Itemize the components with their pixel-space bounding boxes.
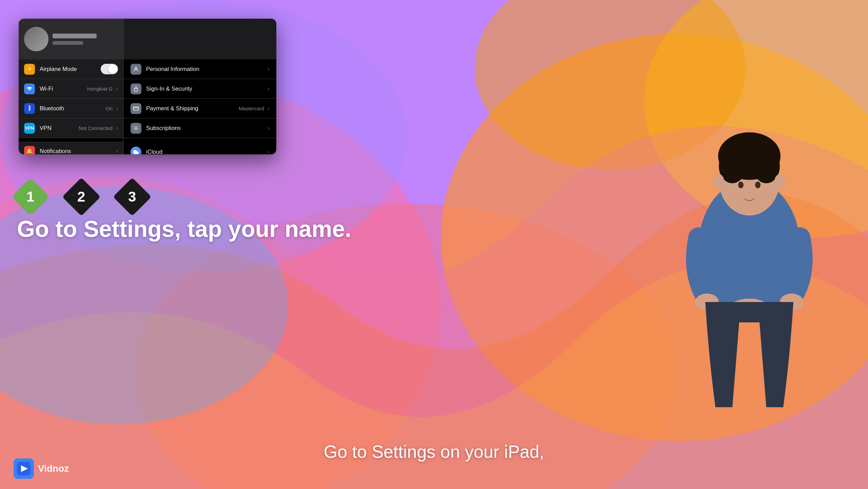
settings-section-divider [19, 138, 123, 142]
profile-avatar [24, 27, 48, 51]
svg-point-26 [774, 174, 785, 189]
airplane-icon: ✈ [24, 64, 35, 75]
wifi-value: Hongkiat G [87, 86, 113, 92]
personal-info-icon [131, 64, 141, 75]
apple-id-section [124, 19, 276, 59]
sign-in-security-chevron: › [268, 85, 270, 92]
step-1-number: 1 [26, 189, 34, 205]
notifications-chevron: › [116, 148, 118, 154]
vpn-value: Not Connected [79, 125, 113, 131]
settings-item-notifications[interactable]: 🔔 Notifications › [19, 142, 123, 154]
settings-item-subscriptions[interactable]: Subscriptions › [124, 118, 276, 138]
notifications-label: Notifications [40, 148, 115, 155]
step-3-number: 3 [128, 189, 136, 205]
vidnoz-logo: Vidnoz [14, 458, 69, 479]
svg-point-25 [713, 174, 724, 189]
toggle-knob [108, 64, 117, 74]
settings-item-personal-info[interactable]: Personal Information › [124, 59, 276, 79]
svg-point-9 [32, 32, 41, 41]
settings-item-icloud[interactable]: iCloud › [124, 142, 276, 154]
sub-instruction: Go to Settings on your iPad, [0, 441, 868, 462]
step-2-number: 2 [77, 189, 85, 205]
airplane-mode-label: Airplane Mode [40, 66, 101, 73]
bluetooth-value: On [106, 106, 113, 111]
wifi-chevron: › [116, 85, 118, 92]
icloud-chevron: › [268, 148, 270, 154]
svg-rect-12 [134, 89, 138, 91]
wifi-icon [24, 83, 35, 94]
icloud-icon [131, 147, 141, 155]
vpn-icon: VPN [24, 123, 35, 134]
icloud-label: iCloud [146, 149, 266, 155]
right-section-divider [124, 138, 276, 142]
svg-point-23 [738, 182, 744, 188]
payment-shipping-icon [131, 103, 141, 114]
svg-point-11 [135, 67, 137, 69]
vidnoz-icon [14, 458, 34, 479]
settings-item-bluetooth[interactable]: ᛒ Bluetooth On › [19, 99, 123, 118]
subscriptions-chevron: › [268, 125, 270, 132]
sign-in-security-label: Sign-In & Security [146, 86, 266, 92]
main-instruction: Go to Settings, tap your name. [17, 215, 351, 242]
settings-item-wifi[interactable]: Wi-Fi Hongkiat G › [19, 79, 123, 99]
ipad-settings-panel: ✈ Airplane Mode Wi-Fi Hongkiat G › ᛒ Blu… [19, 19, 276, 154]
settings-item-payment-shipping[interactable]: Payment & Shipping Mastercard › [124, 99, 276, 118]
step-1-badge: 1 [11, 177, 50, 216]
steps-container: 1 2 3 [17, 183, 146, 210]
payment-shipping-label: Payment & Shipping [146, 105, 239, 112]
settings-item-vpn[interactable]: VPN VPN Not Connected › [19, 118, 123, 138]
svg-rect-13 [134, 107, 139, 110]
subscriptions-icon [131, 123, 141, 134]
payment-shipping-chevron: › [268, 105, 270, 112]
subscriptions-label: Subscriptions [146, 125, 266, 132]
profile-info [53, 34, 118, 45]
svg-point-10 [29, 42, 44, 51]
airplane-mode-toggle[interactable] [101, 64, 118, 74]
profile-sub-blur [53, 41, 83, 45]
svg-rect-8 [24, 27, 48, 51]
presenter-figure [597, 51, 834, 424]
vpn-chevron: › [116, 125, 118, 132]
settings-left-panel: ✈ Airplane Mode Wi-Fi Hongkiat G › ᛒ Blu… [19, 19, 124, 154]
bluetooth-chevron: › [116, 105, 118, 112]
profile-name-blur [53, 34, 97, 38]
sign-in-security-icon [131, 83, 141, 94]
settings-item-airplane-mode[interactable]: ✈ Airplane Mode [19, 59, 123, 79]
bluetooth-icon: ᛒ [24, 103, 35, 114]
bluetooth-label: Bluetooth [40, 105, 106, 112]
vidnoz-text: Vidnoz [38, 463, 69, 474]
personal-info-chevron: › [268, 65, 270, 73]
step-2-badge: 2 [62, 177, 100, 216]
settings-item-sign-in-security[interactable]: Sign-In & Security › [124, 79, 276, 99]
payment-shipping-value: Mastercard [239, 106, 264, 111]
step-3-badge: 3 [113, 177, 151, 216]
personal-info-label: Personal Information [146, 66, 266, 73]
wifi-label: Wi-Fi [40, 86, 87, 92]
profile-header[interactable] [19, 19, 123, 59]
notifications-icon: 🔔 [24, 146, 35, 155]
svg-point-24 [755, 182, 761, 188]
vpn-label: VPN [40, 125, 79, 132]
settings-right-panel: Personal Information › Sign-In & Securit… [124, 19, 276, 154]
svg-point-15 [135, 127, 137, 129]
